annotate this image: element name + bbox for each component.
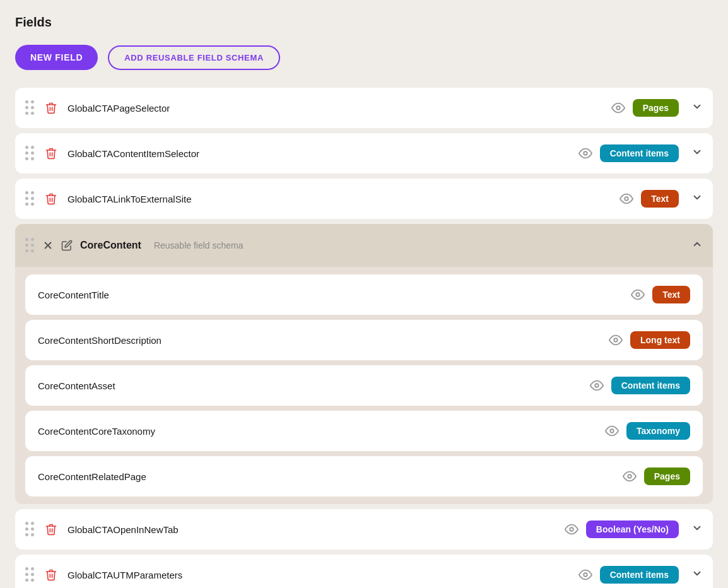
drag-handle[interactable] [25, 146, 35, 161]
schema-group-header: CoreContentReusable field schema [15, 224, 713, 267]
schema-field-name: CoreContentAsset [38, 380, 582, 391]
field-row: GlobalCTAUTMParametersContent items [15, 555, 713, 588]
reusable-schema-group: CoreContentReusable field schemaCoreCont… [15, 224, 713, 504]
schema-field-name: CoreContentShortDescription [38, 335, 601, 346]
eye-icon[interactable] [631, 288, 645, 302]
field-name: GlobalCTAOpenInNewTab [68, 524, 557, 535]
fields-list: GlobalCTAPageSelectorPagesGlobalCTAConte… [15, 88, 713, 588]
chevron-down-icon[interactable] [691, 522, 703, 537]
eye-icon[interactable] [605, 424, 619, 438]
field-type-badge: Content items [600, 566, 679, 584]
eye-icon[interactable] [578, 146, 592, 160]
eye-icon[interactable] [623, 469, 637, 483]
field-name: GlobalCTAPageSelector [68, 103, 604, 114]
field-row: GlobalCTAPageSelectorPages [15, 88, 713, 128]
delete-icon[interactable] [42, 190, 60, 208]
delete-icon[interactable] [42, 566, 60, 584]
field-row: GlobalCTALinkToExternalSiteText [15, 179, 713, 219]
eye-icon[interactable] [565, 522, 578, 536]
schema-field-row: CoreContentTitleText [25, 274, 703, 315]
schema-close-icon[interactable] [42, 240, 54, 251]
toolbar: NEW FIELD ADD REUSABLE FIELD SCHEMA [15, 45, 713, 70]
add-reusable-schema-button[interactable]: ADD REUSABLE FIELD SCHEMA [108, 45, 280, 70]
field-row: GlobalCTAContentItemSelectorContent item… [15, 133, 713, 173]
schema-field-row: CoreContentRelatedPagePages [25, 456, 703, 497]
delete-icon[interactable] [42, 144, 60, 162]
chevron-down-icon[interactable] [691, 192, 703, 206]
field-type-badge: Content items [600, 144, 679, 162]
schema-group-name: CoreContent [80, 240, 141, 251]
eye-icon[interactable] [619, 192, 633, 206]
schema-field-type-badge: Text [652, 286, 690, 303]
chevron-down-icon[interactable] [691, 146, 703, 161]
drag-handle[interactable] [25, 522, 35, 537]
schema-field-type-badge: Content items [611, 377, 690, 394]
field-type-badge: Boolean (Yes/No) [586, 520, 679, 538]
schema-field-row: CoreContentShortDescriptionLong text [25, 320, 703, 360]
schema-field-name: CoreContentCoreTaxonomy [38, 426, 597, 437]
chevron-down-icon[interactable] [691, 568, 703, 582]
schema-field-type-badge: Long text [630, 331, 690, 349]
field-name: GlobalCTAUTMParameters [68, 570, 571, 580]
field-name: GlobalCTAContentItemSelector [68, 148, 571, 159]
field-row: GlobalCTAOpenInNewTabBoolean (Yes/No) [15, 509, 713, 550]
drag-handle[interactable] [25, 191, 35, 206]
drag-handle[interactable] [25, 100, 35, 115]
page-title: Fields [15, 15, 713, 30]
schema-field-name: CoreContentTitle [38, 290, 623, 300]
schema-field-name: CoreContentRelatedPage [38, 471, 615, 482]
schema-inner-fields: CoreContentTitleTextCoreContentShortDesc… [15, 267, 713, 504]
schema-field-row: CoreContentAssetContent items [25, 365, 703, 406]
schema-edit-icon[interactable] [61, 240, 73, 251]
eye-icon[interactable] [609, 333, 623, 347]
field-type-badge: Text [641, 190, 679, 208]
delete-icon[interactable] [42, 520, 60, 538]
schema-group-label: Reusable field schema [154, 240, 244, 250]
schema-field-type-badge: Pages [644, 467, 690, 485]
field-type-badge: Pages [633, 99, 679, 117]
eye-icon[interactable] [611, 101, 625, 115]
eye-icon[interactable] [590, 379, 604, 392]
drag-handle[interactable] [25, 567, 35, 582]
schema-field-type-badge: Taxonomy [626, 422, 690, 440]
chevron-down-icon[interactable] [691, 101, 703, 115]
eye-icon[interactable] [578, 568, 592, 582]
schema-field-row: CoreContentCoreTaxonomyTaxonomy [25, 411, 703, 451]
field-name: GlobalCTALinkToExternalSite [68, 194, 612, 204]
schema-chevron-up-icon[interactable] [691, 238, 703, 253]
drag-handle[interactable] [25, 238, 35, 253]
new-field-button[interactable]: NEW FIELD [15, 45, 98, 70]
delete-icon[interactable] [42, 99, 60, 117]
